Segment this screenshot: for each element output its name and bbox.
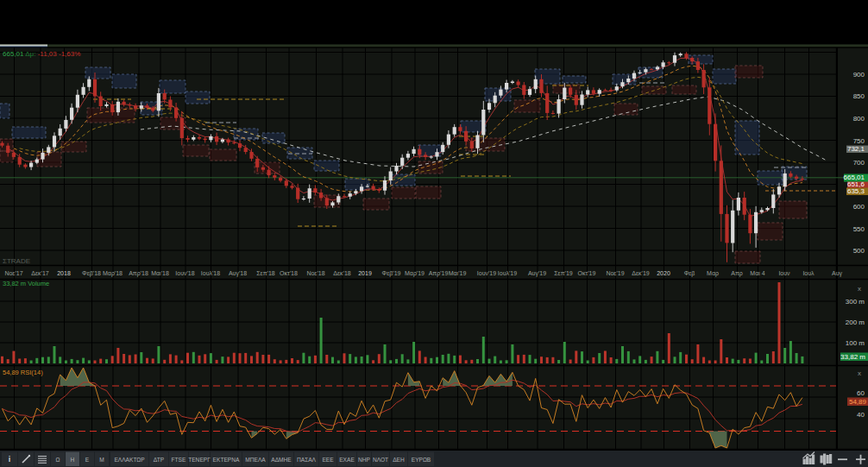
svg-text:800: 800 [853,115,865,123]
svg-text:ΕΛΛΑΚΤΩΡ: ΕΛΛΑΚΤΩΡ [114,457,145,463]
svg-text:Μ: Μ [99,457,104,463]
svg-text:ΕΧΑΕ: ΕΧΑΕ [339,457,355,463]
svg-text:x: x [858,369,861,377]
svg-text:Σεπ'19: Σεπ'19 [554,270,573,276]
svg-text:Οκτ'19: Οκτ'19 [578,270,596,276]
svg-text:ΕΥΡΩΒ: ΕΥΡΩΒ [412,457,431,463]
svg-text:60: 60 [857,389,865,397]
svg-text:Μαρ'19: Μαρ'19 [405,270,425,277]
svg-text:100 m: 100 m [846,339,865,347]
svg-text:ΝΗΡ: ΝΗΡ [358,457,371,463]
svg-text:600: 600 [853,203,865,211]
svg-text:Μαρ: Μαρ [707,270,719,277]
svg-text:Αυγ'18: Αυγ'18 [229,270,247,277]
svg-text:750: 750 [853,137,865,145]
svg-text:700: 700 [853,159,865,167]
svg-text:Ιουν: Ιουν [778,270,790,276]
svg-text:Ιουλ'18: Ιουλ'18 [201,270,220,276]
svg-text:Ιουλ'19: Ιουλ'19 [498,270,517,276]
svg-text:Νοε'18: Νοε'18 [306,270,324,276]
svg-text:Απρ'19: Απρ'19 [429,270,449,277]
svg-text:ΤΕΝΕΡΓ: ΤΕΝΕΡΓ [188,457,211,463]
svg-text:ΠΑΣΑΛ: ΠΑΣΑΛ [297,457,317,463]
svg-text:Η: Η [71,457,75,463]
svg-text:Αυγ'19: Αυγ'19 [528,270,546,277]
svg-text:Δεκ'19: Δεκ'19 [632,270,650,276]
svg-text:ΔΕΗ: ΔΕΗ [393,457,405,463]
svg-text:300 m: 300 m [846,298,865,306]
svg-text:54,89 RSI(14): 54,89 RSI(14) [3,369,43,376]
svg-text:Ε: Ε [85,457,90,463]
svg-text:900: 900 [853,71,865,79]
svg-text:x: x [858,285,861,293]
svg-text:54,89: 54,89 [849,398,867,406]
svg-text:2020: 2020 [657,270,670,276]
svg-text:Δεκ'17: Δεκ'17 [31,270,49,276]
svg-text:635,3: 635,3 [847,187,865,195]
svg-text:Φεβ: Φεβ [684,270,695,277]
svg-text:Απρ'18: Απρ'18 [129,270,148,277]
svg-text:Δεκ'18: Δεκ'18 [333,270,351,276]
svg-text:665,01: 665,01 [844,174,865,181]
svg-text:33,82 m: 33,82 m [840,353,865,361]
svg-text:Ιουν'18: Ιουν'18 [175,270,194,276]
svg-text:Φεβ'19: Φεβ'19 [382,270,401,277]
svg-text:665,01 Δμ: -11,03 -1,63%: 665,01 Δμ: -11,03 -1,63% [3,50,80,58]
svg-text:Αυγ: Αυγ [832,270,842,277]
svg-text:ΑΔΜΗΕ: ΑΔΜΗΕ [271,457,292,463]
svg-text:33,82 m Volume: 33,82 m Volume [3,280,49,287]
svg-text:732,1: 732,1 [847,145,865,153]
svg-text:Φεβ'18: Φεβ'18 [82,270,101,277]
svg-text:Μαι 4: Μαι 4 [750,270,764,276]
svg-text:i: i [9,455,11,464]
svg-text:Ιουλ: Ιουλ [802,270,815,276]
svg-text:Νοε'19: Νοε'19 [606,270,624,276]
svg-text:ΕΚΤΕΡΝΑ: ΕΚΤΕΡΝΑ [213,457,240,463]
svg-text:ΔΤΡ: ΔΤΡ [154,457,165,463]
svg-text:Σεπ'18: Σεπ'18 [256,270,275,276]
svg-text:Απρ: Απρ [731,270,742,277]
svg-text:ΜΠΕΛΑ: ΜΠΕΛΑ [245,457,266,463]
svg-text:Νοε'17: Νοε'17 [4,270,22,276]
svg-text:550: 550 [853,225,865,233]
svg-text:ΣTRADE: ΣTRADE [3,257,30,265]
svg-text:ΕΕΕ: ΕΕΕ [322,457,334,463]
svg-text:FTSE: FTSE [172,457,186,463]
svg-text:Μαρ'18: Μαρ'18 [103,270,123,277]
svg-text:ΝΛΟΤ: ΝΛΟΤ [373,457,388,463]
svg-text:200 m: 200 m [846,319,865,326]
svg-text:Ιουν'19: Ιουν'19 [477,270,496,276]
svg-text:40: 40 [857,411,865,419]
svg-text:Οκτ'18: Οκτ'18 [280,270,298,276]
svg-text:500: 500 [853,247,865,255]
svg-text:2019: 2019 [358,270,372,276]
svg-text:2018: 2018 [57,270,71,276]
svg-text:Ω: Ω [56,457,60,463]
svg-text:Μαι'19: Μαι'19 [449,270,467,276]
svg-text:850: 850 [853,92,865,100]
svg-text:Μαι'18: Μαι'18 [151,270,169,276]
